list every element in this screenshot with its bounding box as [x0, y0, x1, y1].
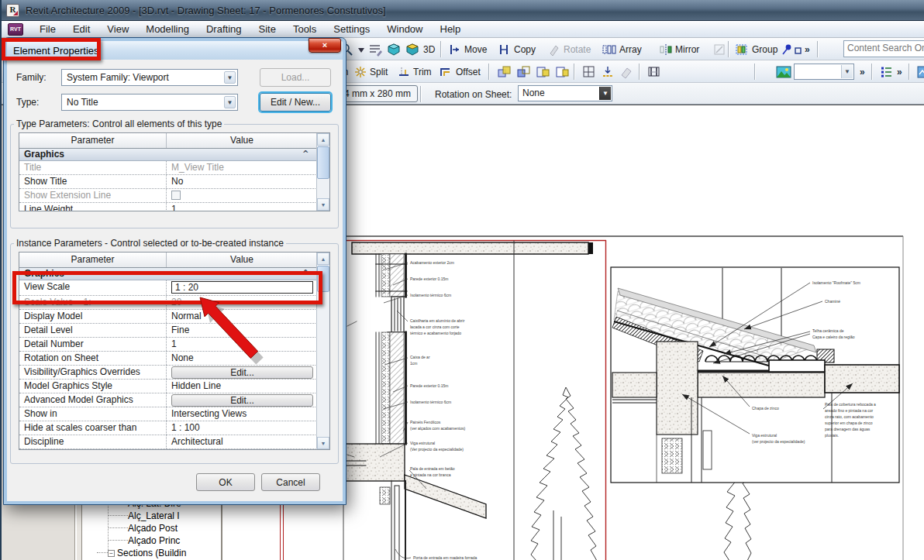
menu-settings[interactable]: Settings: [325, 22, 378, 36]
content-search-input[interactable]: Content Search Online: [843, 40, 924, 57]
wall-join-icon[interactable]: [580, 63, 598, 81]
table-row[interactable]: Title M_View Title: [19, 161, 329, 175]
family-combobox[interactable]: System Family: Viewport ▼: [61, 69, 238, 86]
trim-button[interactable]: Trim: [395, 63, 434, 81]
tree-item[interactable]: Alçado Post: [82, 522, 222, 534]
cancel-button[interactable]: Cancel: [261, 473, 320, 491]
entrance-canopy-slab: [405, 475, 486, 518]
table-row[interactable]: Visibility/Graphics Overrides Edit...: [19, 366, 329, 380]
combo-arrow-icon[interactable]: ▼: [224, 96, 236, 108]
svg-text:Isolamento térmico 6cm: Isolamento térmico 6cm: [410, 400, 451, 404]
family-label: Family:: [16, 72, 47, 83]
visibility-overrides-edit-button[interactable]: Edit...: [171, 366, 313, 379]
rotation-on-sheet-combobox[interactable]: None ▼: [518, 85, 612, 101]
svg-text:e pintada na cor branca: e pintada na cor branca: [410, 472, 451, 477]
view-properties-icon[interactable]: [366, 40, 384, 58]
svg-text:Viga estrutural: Viga estrutural: [410, 441, 435, 445]
ruler-arrow-icon[interactable]: [598, 63, 617, 81]
rotate-button[interactable]: Rotate: [546, 40, 593, 58]
svg-text:Chapa de zinco: Chapa de zinco: [752, 406, 779, 411]
svg-text:Acabamento exterior 2cm: Acabamento exterior 2cm: [410, 260, 454, 265]
move-button[interactable]: Move: [446, 40, 489, 58]
tree-item[interactable]: Alçado Princ: [82, 534, 222, 547]
offset-button[interactable]: Offset: [437, 63, 483, 81]
menu-tools[interactable]: Tools: [284, 22, 325, 36]
table-header-row: Parameter Value: [19, 253, 329, 268]
type-combobox[interactable]: No Title ▼: [61, 94, 238, 111]
table-row[interactable]: Advanced Model Graphics Edit...: [19, 393, 329, 407]
show-extension-line-checkbox[interactable]: [171, 191, 181, 200]
graphics-group-row[interactable]: Graphics ^: [19, 149, 329, 161]
menubar: RVT File Edit View Modelling Drafting Si…: [2, 21, 924, 38]
tree-collapse-icon[interactable]: −: [108, 550, 115, 557]
tree-outline: [531, 387, 597, 560]
advanced-model-graphics-edit-button[interactable]: Edit...: [171, 394, 313, 407]
overlapping-squares-icon-2[interactable]: [514, 63, 534, 81]
wall-section-view: [343, 241, 593, 560]
menu-edit[interactable]: Edit: [64, 22, 98, 36]
default-3d-cube-icon[interactable]: [384, 40, 404, 58]
table-row[interactable]: Display Model Normal: [19, 310, 329, 324]
partial-clipped-icon[interactable]: [915, 63, 924, 81]
table-row[interactable]: Detail Number 1: [19, 338, 329, 352]
collapse-chevron-icon[interactable]: ^: [302, 149, 309, 160]
project-browser-tree: Alç. Lat. Dire Alç_Lateral I Alçado Post…: [82, 497, 222, 560]
move-label: Move: [464, 44, 487, 55]
split-label: Split: [370, 67, 388, 77]
image-thumbnail-icon[interactable]: [774, 63, 794, 81]
menu-drafting[interactable]: Drafting: [198, 22, 250, 36]
table-scrollbar[interactable]: ▲ ▼: [316, 133, 329, 211]
type-value: No Title: [67, 97, 98, 108]
scroll-down-icon[interactable]: ▼: [317, 198, 329, 211]
table-row-clipped[interactable]: Line Weight 1: [19, 203, 329, 211]
table-row[interactable]: Model Graphics Style Hidden Line: [19, 380, 329, 393]
menu-window[interactable]: Window: [378, 22, 431, 36]
menu-file[interactable]: File: [31, 22, 64, 36]
3d-label[interactable]: 3D: [421, 40, 437, 58]
view-list-icon[interactable]: [877, 63, 896, 81]
menu-help[interactable]: Help: [432, 22, 470, 36]
section-box-icon[interactable]: [645, 63, 664, 81]
toolbar-separator: [817, 41, 819, 57]
resize-icon[interactable]: [711, 40, 728, 58]
copy-button[interactable]: Copy: [496, 40, 538, 58]
menu-site[interactable]: Site: [250, 22, 284, 36]
combo-arrow-icon[interactable]: ▼: [841, 65, 853, 78]
table-row[interactable]: Show Extension Line: [19, 189, 329, 203]
overlapping-squares-icon-1[interactable]: [495, 63, 515, 81]
toolbar-overflow-chevron[interactable]: »: [802, 40, 812, 58]
toolbar-overflow-chevron[interactable]: »: [857, 63, 867, 81]
table-row[interactable]: Discipline Architectural: [19, 435, 329, 449]
toolbar-overflow-chevron[interactable]: »: [895, 63, 905, 81]
mirror-button[interactable]: Mirror: [657, 40, 702, 58]
paint-disabled-icon[interactable]: [617, 63, 636, 81]
table-row[interactable]: Show in Intersecting Views: [19, 407, 329, 421]
combo-arrow-icon[interactable]: ▼: [224, 71, 236, 84]
ok-button[interactable]: OK: [196, 473, 255, 491]
sheet-size-button[interactable]: 4 mm x 280 mm: [337, 85, 418, 102]
tree-item[interactable]: Alç_Lateral I: [82, 510, 222, 522]
table-row[interactable]: Show Title No: [19, 175, 329, 189]
load-button[interactable]: Load...: [260, 68, 331, 87]
scroll-up-icon[interactable]: ▲: [317, 133, 329, 146]
menu-view[interactable]: View: [98, 22, 137, 36]
rotation-on-sheet-label: Rotation on Sheet:: [433, 85, 514, 103]
overlapping-squares-icon-3[interactable]: [533, 63, 553, 81]
menu-modelling[interactable]: Modelling: [137, 22, 198, 36]
array-button[interactable]: Array: [600, 40, 644, 58]
table-row[interactable]: Detail Level Fine: [19, 324, 329, 338]
scroll-up-icon[interactable]: ▲: [317, 253, 329, 265]
close-icon[interactable]: ×: [309, 38, 341, 53]
scroll-down-icon[interactable]: ▼: [317, 437, 329, 449]
combo-arrow-icon[interactable]: ▼: [599, 87, 611, 100]
overlapping-squares-icon-4[interactable]: [553, 63, 573, 81]
group-button[interactable]: Group: [733, 40, 780, 58]
edit-new-button[interactable]: Edit / New...: [260, 93, 331, 112]
table-row[interactable]: Hide at scales coarser than 1 : 100: [19, 421, 329, 435]
tree-item-sections[interactable]: −Sections (Buildin: [82, 547, 222, 559]
split-button[interactable]: Split: [352, 63, 390, 81]
table-row[interactable]: Rotation on Sheet None: [19, 352, 329, 366]
scrollbar-thumb[interactable]: [317, 146, 329, 179]
type-selector-combobox[interactable]: ▼: [794, 64, 854, 80]
camera-3d-cube-icon[interactable]: [403, 40, 422, 58]
